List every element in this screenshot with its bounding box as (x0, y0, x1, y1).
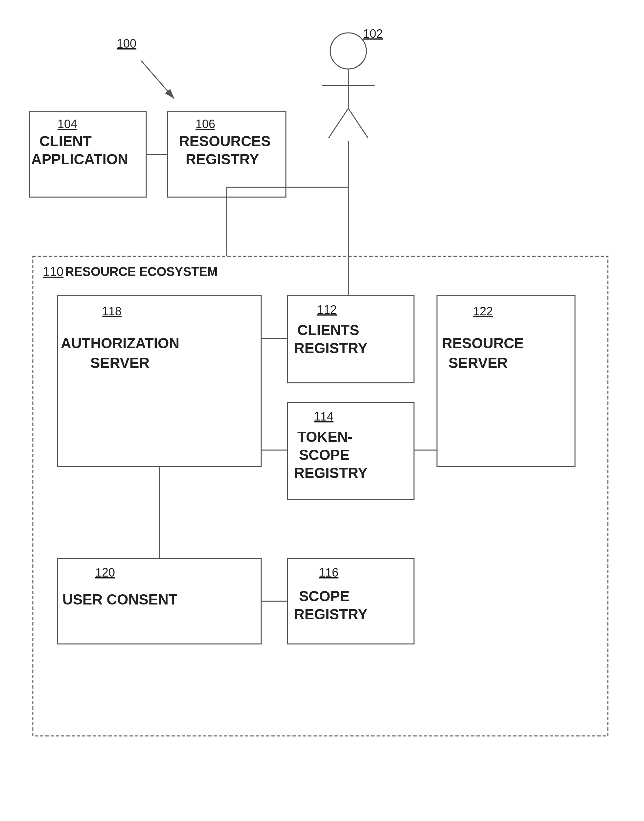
label-text-112-1: CLIENTS (297, 322, 359, 338)
label-text-118-1: AUTHORIZATION (61, 335, 179, 351)
label-text-104-2: APPLICATION (31, 151, 128, 167)
label-text-112-2: REGISTRY (294, 340, 367, 356)
label-text-110: RESOURCE ECOSYSTEM (65, 265, 218, 279)
box-118 (57, 296, 261, 467)
label-text-116-2: REGISTRY (294, 606, 367, 622)
label-text-118-2: SERVER (90, 355, 149, 371)
label-102: 102 (363, 27, 383, 40)
label-text-106-1: RESOURCES (179, 133, 271, 149)
label-text-104-1: CLIENT (40, 133, 92, 149)
label-num-118: 118 (102, 305, 121, 318)
label-text-122-2: SERVER (449, 355, 508, 371)
label-num-104: 104 (57, 117, 77, 131)
label-num-116: 116 (319, 566, 339, 579)
label-num-120: 120 (95, 566, 115, 579)
box-112 (287, 296, 414, 383)
label-text-122-1: RESOURCE (442, 335, 524, 351)
label-text-114-1: TOKEN- (297, 429, 353, 445)
label-100: 100 (117, 37, 136, 50)
label-text-106-2: REGISTRY (186, 151, 259, 167)
label-num-106: 106 (195, 117, 215, 131)
label-num-122: 122 (473, 305, 493, 318)
label-text-120: USER CONSENT (63, 591, 178, 607)
label-text-116-1: SCOPE (299, 588, 350, 604)
label-num-110: 110 (43, 265, 63, 279)
label-text-114-2: SCOPE (299, 447, 350, 463)
box-122 (437, 296, 575, 467)
label-num-114: 114 (314, 410, 333, 423)
diagram-container: 102 100 104 CLIENT APPLICATION 106 RESOU… (0, 0, 644, 821)
label-num-112: 112 (317, 303, 337, 316)
label-text-114-3: REGISTRY (294, 465, 367, 481)
